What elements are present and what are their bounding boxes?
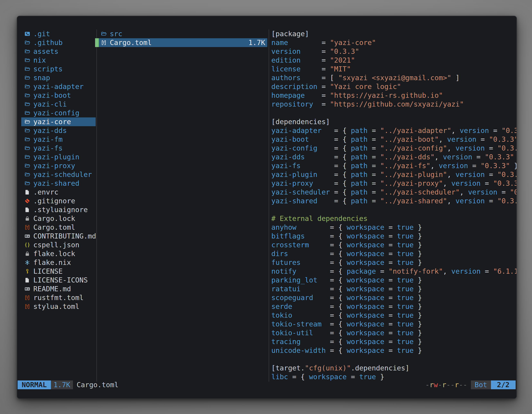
lock-icon (24, 214, 31, 223)
preview-line: # External dependencies (271, 214, 516, 223)
filename-label: Cargo.toml (77, 380, 119, 389)
parent-file-row[interactable]: assets (21, 47, 96, 56)
preview-line: version = "0.3.3" (271, 47, 516, 56)
preview-line: authors = [ "sxyazi <sxyazi@gmail.com>" … (271, 73, 516, 82)
folder-open-icon (24, 135, 31, 144)
parent-file-row[interactable]: yazi-scheduler (21, 170, 96, 179)
preview-line: homepage = "https://yazi-rs.github.io" (271, 91, 516, 100)
folder-open-icon (24, 144, 31, 153)
git-folder-icon (24, 29, 31, 38)
file-icon (24, 205, 31, 214)
preview-line: yazi-adapter = { path = "../yazi-adapter… (271, 126, 516, 135)
parent-file-row[interactable]: flake.lock (21, 249, 96, 258)
preview-line: [dependencies] (271, 117, 516, 126)
parent-file-row[interactable]: yazi-fs (21, 144, 96, 153)
folder-open-icon (24, 82, 31, 91)
file-name: cspell.json (33, 241, 79, 249)
parent-file-row[interactable]: flake.nix (21, 258, 96, 267)
parent-file-row[interactable]: yazi-plugin (21, 153, 96, 161)
preview-line: parking_lot = { workspace = true } (271, 276, 516, 285)
preview-line: [target."cfg(unix)".dependencies] (271, 364, 516, 373)
current-file-row[interactable]: Cargo.toml 1.7K (99, 38, 267, 47)
snowflake-icon (24, 258, 31, 267)
parent-file-row[interactable]: .github (21, 38, 96, 47)
file-name: Cargo.toml (110, 38, 152, 47)
file-name: yazi-proxy (33, 161, 75, 170)
folder-open-icon (24, 65, 31, 73)
size-badge: 1.7K (51, 380, 73, 389)
parent-file-row[interactable]: rustfmt.toml (21, 293, 96, 302)
parent-file-row[interactable]: yazi-cli (21, 100, 96, 109)
preview-line: tokio-stream = { workspace = true } (271, 320, 516, 328)
preview-line: unicode-width = { workspace = true } (271, 346, 516, 355)
parent-file-row[interactable]: LICENSE-ICONS (21, 276, 96, 285)
parent-file-row[interactable]: CONTRIBUTING.md (21, 232, 96, 241)
file-name: src (110, 29, 122, 38)
braces-icon (24, 241, 31, 249)
parent-file-row[interactable]: yazi-core (21, 117, 96, 126)
permissions-label: -rw-r--r-- (425, 380, 467, 389)
preview-line: description = "Yazi core logic" (271, 82, 516, 91)
parent-file-row[interactable]: README.md (21, 285, 96, 293)
preview-line (271, 109, 516, 117)
folder-open-icon (24, 47, 31, 56)
parent-file-row[interactable]: .envrc (21, 188, 96, 197)
parent-file-row[interactable]: yazi-config (21, 109, 96, 117)
file-name: stylua.toml (33, 302, 79, 311)
file-icon (24, 188, 31, 197)
file-name: yazi-fs (33, 144, 63, 153)
preview-line: yazi-plugin = { path = "../yazi-plugin",… (271, 170, 516, 179)
markdown-icon (24, 285, 31, 293)
parent-file-row[interactable]: yazi-shared (21, 179, 96, 188)
file-name: .github (33, 38, 63, 47)
folder-open-icon (24, 161, 31, 170)
preview-line: yazi-proxy = { path = "../yazi-proxy", v… (271, 179, 516, 188)
preview-line: edition = "2021" (271, 56, 516, 65)
file-name: LICENSE (33, 267, 63, 276)
preview-line: crossterm = { workspace = true } (271, 241, 516, 249)
preview-line (271, 355, 516, 364)
parent-file-row[interactable]: snap (21, 73, 96, 82)
markdown-icon (24, 232, 31, 241)
parent-file-row[interactable]: scripts (21, 65, 96, 73)
parent-file-row[interactable]: LICENSE (21, 267, 96, 276)
file-name: README.md (33, 285, 71, 293)
parent-file-row[interactable]: stylua.toml (21, 302, 96, 311)
parent-file-row[interactable]: .styluaignore (21, 205, 96, 214)
file-name: rustfmt.toml (33, 293, 84, 302)
parent-file-row[interactable]: Cargo.toml (21, 223, 96, 232)
preview-line: tokio = { workspace = true } (271, 311, 516, 320)
current-file-row[interactable]: src (99, 29, 267, 38)
parent-pane: .git .github assets nix scripts snap yaz… (21, 29, 96, 311)
git-diamond-icon (24, 197, 31, 205)
preview-line: yazi-shared = { path = "../yazi-shared",… (271, 197, 516, 205)
parent-file-row[interactable]: yazi-dds (21, 126, 96, 135)
parent-file-row[interactable]: .gitignore (21, 197, 96, 205)
folder-open-icon (24, 153, 31, 161)
preview-pane: [package]name = "yazi-core"version = "0.… (271, 29, 516, 382)
parent-file-row[interactable]: yazi-adapter (21, 82, 96, 91)
toml-icon (24, 223, 31, 232)
file-name: .git (33, 29, 50, 38)
parent-file-row[interactable]: Cargo.lock (21, 214, 96, 223)
file-name: Cargo.toml (33, 223, 75, 232)
preview-line: libc = { workspace = true } (271, 373, 516, 381)
preview-line: [package] (271, 29, 516, 38)
preview-line: scopeguard = { workspace = true } (271, 293, 516, 302)
file-name: .envrc (33, 188, 58, 197)
preview-line (271, 205, 516, 214)
parent-file-row[interactable]: nix (21, 56, 96, 65)
parent-file-row[interactable]: yazi-fm (21, 135, 96, 144)
folder-open-icon (24, 126, 31, 135)
parent-file-row[interactable]: yazi-boot (21, 91, 96, 100)
file-icon (24, 276, 31, 285)
key-icon (24, 267, 31, 276)
preview-line: name = "yazi-core" (271, 38, 516, 47)
status-bar: NORMAL 1.7K Cargo.toml -rw-r--r-- Bot 2/… (18, 380, 516, 389)
parent-file-row[interactable]: cspell.json (21, 241, 96, 249)
file-name: snap (33, 73, 50, 82)
folder-open-icon (101, 29, 108, 38)
toml-icon (24, 302, 31, 311)
parent-file-row[interactable]: yazi-proxy (21, 161, 96, 170)
parent-file-row[interactable]: .git (21, 29, 96, 38)
